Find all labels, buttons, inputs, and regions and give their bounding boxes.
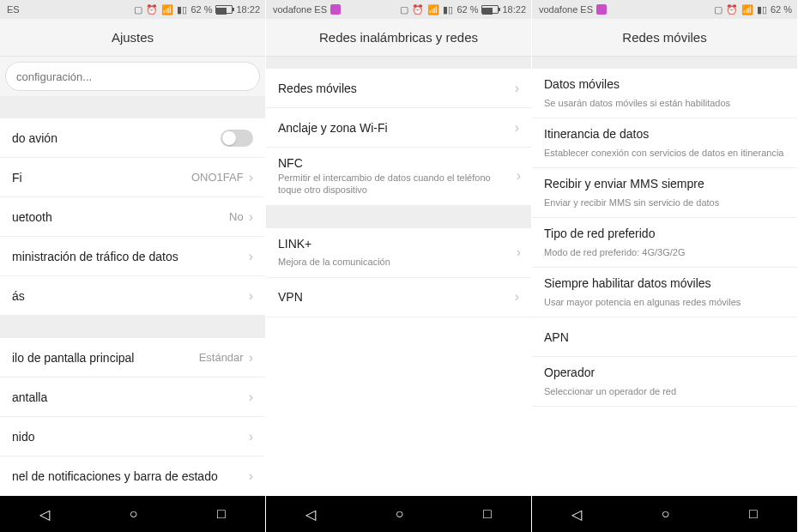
carrier-label: ES: [7, 4, 20, 15]
row-wifi[interactable]: Fi ONO1FAF ›: [0, 158, 265, 197]
row-mms-always[interactable]: Recibir y enviar MMS siempre Enviar y re…: [532, 168, 797, 218]
phone-settings: ES ▢ ⏰ 📶 ▮▯ 62 % 18:22 Ajustes do avión …: [0, 0, 266, 532]
row-mobile-networks[interactable]: Redes móviles ›: [266, 69, 531, 108]
signal-icon: ▮▯: [443, 4, 453, 15]
row-label: NFC: [278, 156, 303, 170]
section-divider: [266, 206, 531, 228]
section-divider: [0, 96, 265, 118]
row-data-roaming[interactable]: Itinerancia de datos Establecer conexión…: [532, 118, 797, 168]
signal-icon: ▮▯: [177, 4, 187, 15]
carrier-text: vodafone ES: [273, 4, 327, 15]
row-apn[interactable]: APN: [532, 317, 797, 357]
wifi-icon: 📶: [427, 4, 439, 15]
carrier-label: vodafone ES: [539, 4, 607, 15]
row-value: No: [229, 210, 244, 223]
mobile-networks-list: Datos móviles Se usarán datos móviles si…: [532, 69, 797, 496]
recent-icon[interactable]: □: [749, 506, 758, 522]
time-label: 18:22: [502, 4, 526, 15]
row-label: Redes móviles: [278, 82, 515, 95]
alarm-icon: ⏰: [146, 4, 158, 15]
chevron-right-icon: ›: [517, 168, 521, 184]
toggle-airplane[interactable]: [221, 130, 253, 147]
row-sound[interactable]: nido ›: [0, 417, 265, 456]
row-subtitle: Se usarán datos móviles si están habilit…: [544, 97, 730, 109]
back-icon[interactable]: ◁: [571, 506, 582, 523]
nav-bar: ◁ ○ □: [532, 496, 797, 532]
chevron-right-icon: ›: [515, 120, 519, 136]
row-label: nel de notificaciones y barra de estado: [12, 469, 249, 483]
settings-list: do avión Fi ONO1FAF › uetooth No › minis…: [0, 118, 265, 496]
row-subtitle: Mejora de la comunicación: [278, 256, 390, 268]
networks-list: Redes móviles › Anclaje y zona Wi-Fi › N…: [266, 69, 531, 496]
row-label: LINK+: [278, 237, 311, 255]
chevron-right-icon: ›: [249, 390, 253, 405]
page-title: Redes inalámbricas y redes: [266, 19, 531, 57]
row-label: Fi: [12, 171, 191, 184]
signal-icon: ▮▯: [757, 4, 767, 15]
row-subtitle: Enviar y recibir MMS sin servicio de dat…: [544, 196, 719, 209]
section-divider: [532, 57, 797, 69]
row-home-style[interactable]: ilo de pantalla principal Estándar ›: [0, 338, 265, 378]
row-label: Anclaje y zona Wi-Fi: [278, 121, 515, 135]
carrier-text: vodafone ES: [539, 4, 593, 15]
row-label: Recibir y enviar MMS siempre: [544, 177, 704, 195]
time-label: 18:22: [236, 4, 260, 15]
battery-percent: 62 %: [771, 4, 792, 15]
wifi-icon: 📶: [161, 4, 173, 15]
row-label: VPN: [278, 290, 515, 304]
nav-bar: ◁ ○ □: [266, 496, 531, 532]
page-title: Redes móviles: [532, 19, 797, 57]
row-label: antalla: [12, 390, 249, 404]
carrier-label: vodafone ES: [273, 4, 341, 15]
carrier-badge-icon: [330, 4, 341, 15]
row-value: ONO1FAF: [191, 171, 244, 184]
row-display[interactable]: antalla ›: [0, 378, 265, 417]
row-bluetooth[interactable]: uetooth No ›: [0, 197, 265, 237]
nav-bar: ◁ ○ □: [0, 496, 265, 532]
row-label: Itinerancia de datos: [544, 127, 649, 145]
row-label: Operador: [544, 366, 595, 384]
vibrate-icon: ▢: [134, 4, 142, 15]
row-label: Datos móviles: [544, 77, 620, 95]
phone-mobile-networks: vodafone ES ▢ ⏰ 📶 ▮▯ 62 % Redes móviles …: [532, 0, 798, 532]
row-subtitle: Permitir el intercambio de datos cuando …: [278, 172, 502, 196]
section-divider: [266, 57, 531, 69]
page-title: Ajustes: [0, 19, 265, 57]
recent-icon[interactable]: □: [483, 506, 492, 522]
row-label: ás: [12, 289, 249, 303]
row-tethering[interactable]: Anclaje y zona Wi-Fi ›: [266, 108, 531, 148]
row-label: Tipo de red preferido: [544, 227, 655, 245]
row-nfc[interactable]: NFC Permitir el intercambio de datos cua…: [266, 148, 531, 206]
battery-icon: [215, 5, 233, 14]
row-label: nido: [12, 430, 249, 444]
back-icon[interactable]: ◁: [305, 506, 316, 523]
battery-percent: 62 %: [190, 4, 212, 15]
row-link-plus[interactable]: LINK+ Mejora de la comunicación ›: [266, 228, 531, 278]
alarm-icon: ⏰: [726, 4, 738, 15]
back-icon[interactable]: ◁: [39, 506, 50, 523]
row-data-admin[interactable]: ministración de tráfico de datos ›: [0, 237, 265, 276]
home-icon[interactable]: ○: [662, 506, 670, 522]
row-label: ministración de tráfico de datos: [12, 250, 249, 263]
row-airplane-mode[interactable]: do avión: [0, 118, 265, 158]
chevron-right-icon: ›: [249, 288, 253, 304]
row-notifications[interactable]: nel de notificaciones y barra de estado …: [0, 456, 265, 496]
search-input[interactable]: [5, 62, 260, 91]
chevron-right-icon: ›: [249, 249, 253, 264]
wifi-icon: 📶: [741, 4, 753, 15]
home-icon[interactable]: ○: [130, 506, 138, 522]
row-operator[interactable]: Operador Seleccionar un operador de red: [532, 357, 797, 407]
row-label: Siempre habilitar datos móviles: [544, 276, 711, 294]
home-icon[interactable]: ○: [396, 506, 404, 522]
row-vpn[interactable]: VPN ›: [266, 278, 531, 317]
recent-icon[interactable]: □: [217, 506, 226, 522]
phone-wireless-networks: vodafone ES ▢ ⏰ 📶 ▮▯ 62 % 18:22 Redes in…: [266, 0, 532, 532]
row-mobile-data[interactable]: Datos móviles Se usarán datos móviles si…: [532, 69, 797, 118]
section-divider: [0, 316, 265, 338]
row-subtitle: Usar mayor potencia en algunas redes móv…: [544, 296, 741, 308]
row-always-enable-data[interactable]: Siempre habilitar datos móviles Usar may…: [532, 268, 797, 317]
chevron-right-icon: ›: [515, 81, 519, 96]
row-preferred-network[interactable]: Tipo de red preferido Modo de red prefer…: [532, 218, 797, 268]
vibrate-icon: ▢: [714, 4, 722, 15]
row-more[interactable]: ás ›: [0, 276, 265, 316]
